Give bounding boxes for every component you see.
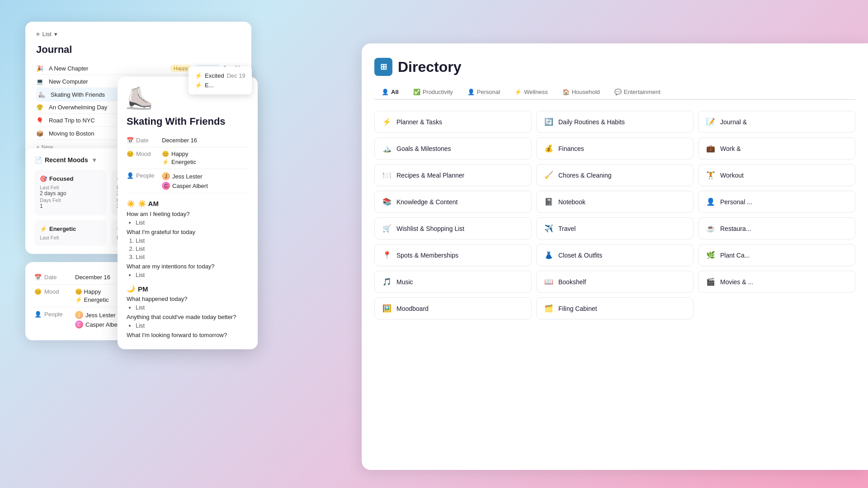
people-values: J Jess Lester C Casper Albert <box>75 311 121 328</box>
journal-header[interactable]: ≡ List ▾ <box>36 31 241 38</box>
am-q1-list: List <box>127 219 249 226</box>
dir-card-closet[interactable]: 👗 Closet & Outfits <box>536 244 693 266</box>
mood-label: 😊 Mood <box>34 288 75 295</box>
workout-label: Workout <box>720 172 744 179</box>
journal-title: Journal <box>36 44 241 56</box>
dir-card-notebook[interactable]: 📓 Notebook <box>536 191 693 213</box>
finances-label: Finances <box>558 145 584 152</box>
tab-entertainment-label: Entertainment <box>624 89 660 95</box>
excited-popup: ⚡ Excited Dec 19 ⚡ E... <box>189 66 252 94</box>
dir-card-workout[interactable]: 🏋️ Workout <box>698 164 855 186</box>
list-item: List <box>136 237 249 244</box>
tab-all-label: All <box>391 89 399 95</box>
mood-values: 😊 Happy ⚡ Energetic <box>75 288 109 303</box>
goals-label: Goals & Milestones <box>396 145 451 152</box>
excited-label: Excited <box>205 72 224 79</box>
energetic-icon: ⚡ <box>40 225 47 232</box>
dir-card-personal[interactable]: 👤 Personal ... <box>698 191 855 213</box>
tab-entertainment[interactable]: 💬 Entertainment <box>607 85 668 100</box>
tab-productivity[interactable]: ✅ Productivity <box>406 85 460 100</box>
list-item: List <box>136 245 249 252</box>
entry-title: A New Chapter <box>49 65 170 72</box>
dir-card-spots[interactable]: 📍 Spots & Memberships <box>374 244 532 266</box>
chores-label: Chores & Cleaning <box>558 172 612 179</box>
dir-card-bookshelf[interactable]: 📖 Bookshelf <box>536 271 693 293</box>
list-item: List <box>136 304 249 311</box>
mood-card-focused[interactable]: 🎯 Focused Last Felt 2 days ago Days Felt… <box>34 170 107 216</box>
closet-label: Closet & Outfits <box>558 252 602 259</box>
dir-card-chores[interactable]: 🧹 Chores & Cleaning <box>536 164 693 186</box>
popup-row: ⚡ E... <box>195 80 245 90</box>
entry-emoji: 💻 <box>36 78 46 85</box>
journal-view-label[interactable]: List <box>42 31 52 38</box>
skating-popup: ⛸️ Skating With Friends 📅 Date December … <box>118 77 258 349</box>
calendar-icon: 📅 <box>127 137 134 144</box>
dir-card-recipes[interactable]: 🍽️ Recipes & Meal Planner <box>374 164 532 186</box>
dir-card-planner[interactable]: ⚡ Planner & Tasks <box>374 111 532 133</box>
household-icon: 🏠 <box>562 89 570 95</box>
pm-q1: What happened today? <box>127 296 249 302</box>
dir-card-knowledge[interactable]: 📚 Knowledge & Content <box>374 191 532 213</box>
tab-all[interactable]: 👤 All <box>374 85 406 100</box>
dir-card-music[interactable]: 🎵 Music <box>374 271 532 293</box>
filing-label: Filing Cabinet <box>558 305 597 312</box>
list-item: List <box>136 219 249 226</box>
excited-date: Dec 19 <box>227 72 245 79</box>
dir-card-plant[interactable]: 🌿 Plant Ca... <box>698 244 855 266</box>
bookshelf-icon: 📖 <box>544 277 554 286</box>
happy-text: Happy <box>171 150 189 157</box>
jess-avatar: J <box>162 172 170 180</box>
personal-dir-label: Personal ... <box>720 198 752 206</box>
skating-mood-row: 😊 Mood 😊 Happy ⚡ Energetic <box>127 147 249 169</box>
dir-card-goals[interactable]: 🏔️ Goals & Milestones <box>374 137 532 160</box>
dir-card-movies[interactable]: 🎬 Movies & ... <box>698 271 855 293</box>
dir-card-moodboard[interactable]: 🖼️ Moodboard <box>374 297 532 319</box>
personal-icon: 👤 <box>467 89 475 95</box>
dir-card-filing[interactable]: 🗂️ Filing Cabinet <box>536 297 693 319</box>
notebook-label: Notebook <box>558 198 585 206</box>
bookshelf-label: Bookshelf <box>558 278 586 286</box>
dir-card-wishlist[interactable]: 🛒 Wishlist & Shopping List <box>374 217 532 239</box>
chores-icon: 🧹 <box>544 171 554 179</box>
work-label: Work & <box>720 145 741 152</box>
workout-icon: 🏋️ <box>706 171 716 179</box>
planner-icon: ⚡ <box>382 117 392 126</box>
dir-card-travel[interactable]: ✈️ Travel <box>536 217 693 239</box>
calendar-icon: 📅 <box>34 274 42 281</box>
tab-personal[interactable]: 👤 Personal <box>460 85 507 100</box>
pm-section-header: 🌙 PM <box>127 285 249 293</box>
directory-title: ⊞ Directory <box>374 58 855 76</box>
happy-emoji: 😊 <box>162 150 169 157</box>
mood-card-energetic[interactable]: ⚡ Energetic Last Felt <box>34 220 107 246</box>
casper-avatar: C <box>162 182 170 190</box>
entry-emoji: 😤 <box>36 104 46 111</box>
jess-avatar: J <box>75 311 83 319</box>
spots-icon: 📍 <box>382 251 392 259</box>
directory-panel: ⊞ Directory 👤 All ✅ Productivity 👤 Perso… <box>362 43 868 470</box>
daily-label: Daily Routines & Habits <box>558 118 625 126</box>
tab-wellness[interactable]: ⚡ Wellness <box>507 85 555 100</box>
person-icon: 👤 <box>34 311 42 318</box>
entry-emoji: ⛸️ <box>38 91 48 98</box>
dir-card-finances[interactable]: 💰 Finances <box>536 137 693 160</box>
movies-icon: 🎬 <box>706 277 716 286</box>
knowledge-label: Knowledge & Content <box>396 198 458 206</box>
energetic-emoji: ⚡ <box>162 159 169 165</box>
mood-pill-energetic: ⚡ Energetic <box>162 159 196 165</box>
wishlist-label: Wishlist & Shopping List <box>396 225 464 232</box>
pm-label: PM <box>138 285 148 293</box>
dir-card-work[interactable]: 💼 Work & <box>698 137 855 160</box>
dir-card-restaurant[interactable]: ☕ Restaura... <box>698 217 855 239</box>
am-q3-list: List <box>127 272 249 278</box>
all-icon: 👤 <box>382 89 389 95</box>
tab-household[interactable]: 🏠 Household <box>555 85 607 100</box>
music-icon: 🎵 <box>382 277 392 286</box>
excited-icon: ⚡ <box>195 72 202 79</box>
skating-people-label: 👤 People <box>127 172 158 179</box>
tab-wellness-label: Wellness <box>524 89 548 95</box>
dir-card-daily[interactable]: 🔄 Daily Routines & Habits <box>536 111 693 133</box>
goals-icon: 🏔️ <box>382 144 392 153</box>
dir-card-journal[interactable]: 📝 Journal & <box>698 111 855 133</box>
music-label: Music <box>396 278 413 286</box>
mood-header-label[interactable]: Recent Moods <box>45 156 88 164</box>
